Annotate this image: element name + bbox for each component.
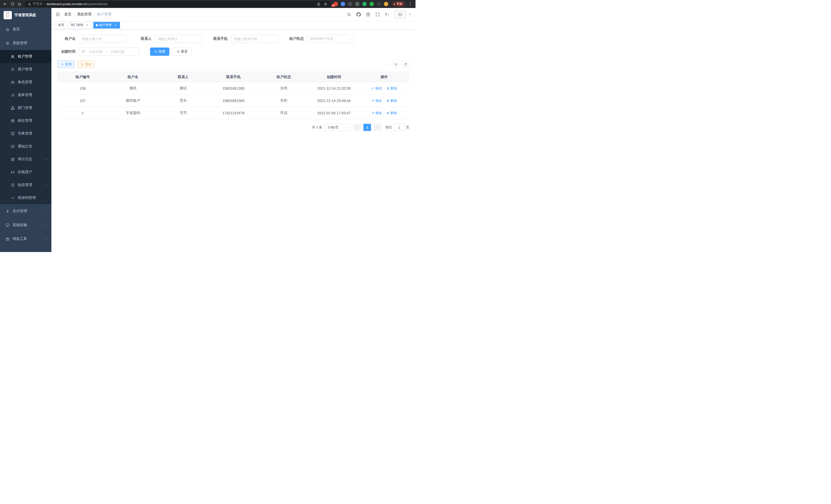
plus-icon (61, 63, 64, 66)
close-icon[interactable]: × (113, 23, 117, 27)
tenant-status-placeholder: 请选择租户状态 (310, 36, 334, 41)
delete-link-label: 删除 (390, 98, 397, 103)
add-button[interactable]: 新增 (58, 60, 75, 68)
contact-input[interactable] (155, 35, 202, 43)
user-avatar[interactable] (395, 10, 406, 18)
home-icon (6, 28, 9, 31)
tag-item[interactable]: 首页 (56, 22, 67, 29)
sidebar-item-label: 通知公告 (18, 144, 32, 149)
edit-icon (371, 87, 374, 90)
tenant-name-input[interactable] (79, 35, 126, 43)
actions-cell: 修改删除 (359, 94, 409, 107)
export-button[interactable]: 导出 (77, 60, 94, 68)
extension-pin-dark[interactable] (377, 2, 381, 6)
edit-link[interactable]: 修改 (371, 98, 382, 103)
sidebar-item-user[interactable]: 用户管理 (0, 63, 51, 76)
user-menu-caret-icon[interactable] (408, 13, 411, 16)
browser-home-icon[interactable] (18, 2, 22, 6)
breadcrumb-item[interactable]: 系统管理 (77, 12, 91, 17)
create-time-range-picker[interactable]: - (79, 48, 139, 56)
fullscreen-icon[interactable] (375, 12, 380, 17)
phone-cell: 15601691300 (208, 94, 259, 107)
extension-chat-green[interactable] (370, 2, 374, 6)
github-icon[interactable] (356, 12, 361, 17)
tenant-status-select[interactable]: 请选择租户状态 (307, 35, 354, 43)
top-navbar: 首页/系统管理/租户管理 TT (51, 8, 416, 21)
tenant-id-cell: 108 (58, 82, 108, 94)
delete-link-label: 删除 (390, 111, 397, 115)
delete-link[interactable]: 删除 (386, 98, 397, 103)
phone-input[interactable] (231, 35, 279, 43)
browser-back-icon[interactable] (3, 2, 7, 6)
extension-blue[interactable] (341, 2, 345, 6)
breadcrumb-item[interactable]: 首页 (64, 12, 71, 17)
sidebar-item-notice[interactable]: 通知公告 (0, 140, 51, 153)
sidebar-item-label: 租户管理 (18, 54, 32, 59)
sidebar-item-audit-log[interactable]: 审计日志 (0, 153, 51, 166)
page-number-button[interactable]: 1 (363, 124, 371, 131)
delete-link[interactable]: 删除 (386, 111, 397, 115)
chevron-up-icon (45, 42, 47, 45)
header-search-icon[interactable] (347, 12, 351, 17)
sidebar-item-tenant[interactable]: 租户管理 (0, 50, 51, 63)
refresh-table-button[interactable] (402, 61, 409, 68)
sidebar-collapse-icon[interactable] (56, 12, 60, 17)
sidebar-item-role[interactable]: 角色管理 (0, 76, 51, 89)
tag-label: 租户管理 (99, 23, 112, 27)
tag-item[interactable]: 部门管理× (68, 22, 92, 29)
sidebar-item-menu[interactable]: 菜单管理 (0, 89, 51, 101)
sidebar-item-sms[interactable]: 短信管理 (0, 179, 51, 191)
browser-reload-icon[interactable] (10, 2, 15, 6)
tenant-table: 租户编号租户名联系人联系手机租户状态创建时间操作 108测试测试15601691… (58, 72, 409, 119)
prev-page-button[interactable] (353, 124, 361, 131)
app-logo[interactable]: 芋道管理系统 (0, 8, 51, 22)
sidebar-item-home[interactable]: 首页 (0, 22, 51, 36)
font-size-icon[interactable]: TT (385, 12, 389, 17)
sidebar-item-infra[interactable]: 基础设施 (0, 218, 51, 232)
share-icon[interactable] (317, 2, 320, 6)
delete-link[interactable]: 删除 (386, 86, 397, 91)
browser-update-button[interactable]: 更新 (391, 1, 405, 7)
goto-page-input[interactable] (394, 124, 404, 131)
docs-help-icon[interactable] (366, 12, 370, 17)
tenant-name-cell: 测试 (108, 82, 158, 94)
end-date-input[interactable] (109, 50, 127, 54)
table-row: 108测试测试15601691300关闭2021-12-14 21:02:09修… (58, 82, 409, 94)
edit-link[interactable]: 修改 (371, 111, 382, 115)
extension-olive[interactable] (355, 2, 360, 6)
address-bar[interactable]: 不安全 dashboard.yudao.iocoder.cn/system/te… (25, 1, 331, 7)
tag-item[interactable]: 租户管理× (93, 22, 120, 29)
extension-red[interactable]: 10 (334, 2, 338, 6)
sidebar-item-label: 用户管理 (18, 67, 32, 72)
bookmark-star-icon[interactable] (324, 2, 327, 6)
sidebar-item-dept[interactable]: 部门管理 (0, 101, 51, 114)
toggle-search-button[interactable] (392, 61, 399, 68)
sidebar-item-post[interactable]: 岗位管理 (0, 114, 51, 127)
column-header: 创建时间 (309, 72, 359, 82)
url-path: /system/tenant (87, 2, 108, 6)
extension-face-yellow[interactable] (384, 2, 388, 6)
close-icon[interactable]: × (85, 23, 89, 27)
browser-menu-icon[interactable] (408, 2, 412, 6)
reset-button[interactable]: 重置 (172, 48, 192, 56)
sidebar-item-dict[interactable]: 字典管理 (0, 127, 51, 140)
sidebar-item-system[interactable]: 系统管理 (0, 36, 51, 50)
sidebar-item-label: 角色管理 (18, 80, 32, 85)
menu-list-icon (11, 93, 15, 97)
tenant-name-cell: 测试租户 (108, 94, 158, 107)
contact-cell: 芋艿 (158, 107, 208, 119)
sidebar-item-pay[interactable]: 支付管理 (0, 204, 51, 218)
sidebar-item-devtools[interactable]: 研发工具 (0, 232, 51, 246)
search-button[interactable]: 搜索 (150, 48, 169, 56)
contact-cell: 秃头 (158, 94, 208, 107)
page-size-select[interactable]: 10条/页 (325, 124, 350, 131)
extension-dark-sphere[interactable] (348, 2, 352, 6)
start-date-input[interactable] (87, 50, 105, 54)
next-page-button[interactable] (374, 124, 381, 131)
sidebar-item-online-user[interactable]: 在线用户 (0, 166, 51, 179)
extension-green-y[interactable] (362, 2, 367, 6)
sidebar-item-error-code[interactable]: 错误码管理 (0, 191, 51, 204)
tenant-status-label: 租户状态 (286, 36, 304, 41)
search-button-label: 搜索 (159, 49, 165, 54)
edit-link[interactable]: 修改 (371, 86, 382, 91)
